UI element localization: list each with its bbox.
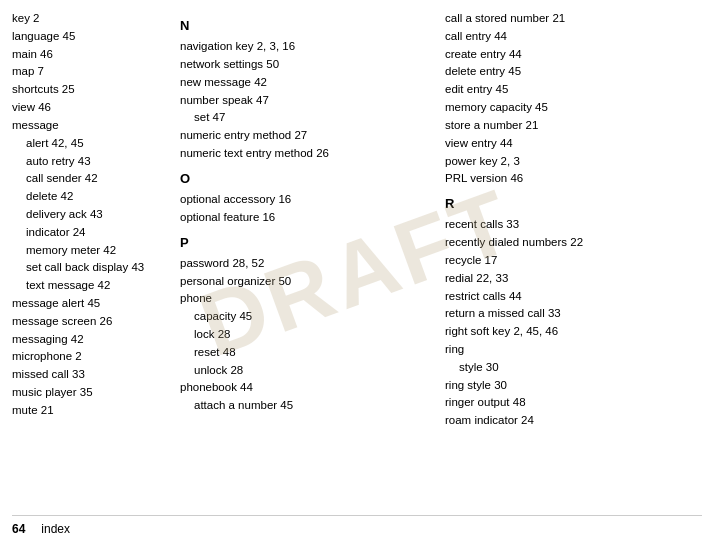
list-item: key 2	[12, 10, 164, 28]
list-item: edit entry 45	[445, 81, 694, 99]
list-item: language 45	[12, 28, 164, 46]
list-item: messaging 42	[12, 331, 164, 349]
list-item: recent calls 33	[445, 216, 694, 234]
list-item: create entry 44	[445, 46, 694, 64]
list-item: number speak 47	[180, 92, 429, 110]
section-n: N	[180, 16, 429, 36]
list-item: delivery ack 43	[12, 206, 164, 224]
list-item: network settings 50	[180, 56, 429, 74]
list-item: call a stored number 21	[445, 10, 694, 28]
list-item: store a number 21	[445, 117, 694, 135]
list-item: password 28, 52	[180, 255, 429, 273]
list-item: capacity 45	[180, 308, 429, 326]
list-item: reset 48	[180, 344, 429, 362]
list-item: set 47	[180, 109, 429, 127]
list-item: redial 22, 33	[445, 270, 694, 288]
list-item: call sender 42	[12, 170, 164, 188]
list-item: text message 42	[12, 277, 164, 295]
list-item: memory meter 42	[12, 242, 164, 260]
list-item: view entry 44	[445, 135, 694, 153]
list-item: alert 42, 45	[12, 135, 164, 153]
list-item: microphone 2	[12, 348, 164, 366]
list-item: return a missed call 33	[445, 305, 694, 323]
list-item: delete 42	[12, 188, 164, 206]
footer: 64 index	[12, 515, 702, 536]
list-item: numeric entry method 27	[180, 127, 429, 145]
list-item: delete entry 45	[445, 63, 694, 81]
list-item: new message 42	[180, 74, 429, 92]
list-item: shortcuts 25	[12, 81, 164, 99]
column-3: call a stored number 21 call entry 44 cr…	[437, 10, 702, 511]
list-item: main 46	[12, 46, 164, 64]
section-o: O	[180, 169, 429, 189]
list-item: navigation key 2, 3, 16	[180, 38, 429, 56]
list-item: style 30	[445, 359, 694, 377]
list-item: ring	[445, 341, 694, 359]
list-item: call entry 44	[445, 28, 694, 46]
list-item: missed call 33	[12, 366, 164, 384]
list-item: recycle 17	[445, 252, 694, 270]
footer-label: index	[41, 522, 70, 536]
list-item: ring style 30	[445, 377, 694, 395]
list-item: message screen 26	[12, 313, 164, 331]
list-item: personal organizer 50	[180, 273, 429, 291]
list-item: unlock 28	[180, 362, 429, 380]
page-container: DRAFT key 2 language 45 main 46 map 7 sh…	[0, 0, 714, 546]
section-r: R	[445, 194, 694, 214]
list-item: set call back display 43	[12, 259, 164, 277]
column-1: key 2 language 45 main 46 map 7 shortcut…	[12, 10, 172, 511]
col1-entries: key 2 language 45 main 46 map 7 shortcut…	[12, 10, 164, 420]
list-item: mute 21	[12, 402, 164, 420]
list-item: lock 28	[180, 326, 429, 344]
list-item: message	[12, 117, 164, 135]
list-item: ringer output 48	[445, 394, 694, 412]
content-area: key 2 language 45 main 46 map 7 shortcut…	[12, 10, 702, 511]
list-item: numeric text entry method 26	[180, 145, 429, 163]
list-item: optional accessory 16	[180, 191, 429, 209]
list-item: restrict calls 44	[445, 288, 694, 306]
list-item: indicator 24	[12, 224, 164, 242]
list-item: phone	[180, 290, 429, 308]
list-item: roam indicator 24	[445, 412, 694, 430]
list-item: attach a number 45	[180, 397, 429, 415]
list-item: view 46	[12, 99, 164, 117]
list-item: optional feature 16	[180, 209, 429, 227]
list-item: phonebook 44	[180, 379, 429, 397]
list-item: PRL version 46	[445, 170, 694, 188]
list-item: message alert 45	[12, 295, 164, 313]
list-item: right soft key 2, 45, 46	[445, 323, 694, 341]
list-item: music player 35	[12, 384, 164, 402]
list-item: auto retry 43	[12, 153, 164, 171]
column-2: N navigation key 2, 3, 16 network settin…	[172, 10, 437, 511]
list-item: recently dialed numbers 22	[445, 234, 694, 252]
list-item: map 7	[12, 63, 164, 81]
section-p: P	[180, 233, 429, 253]
page-number: 64	[12, 522, 25, 536]
list-item: memory capacity 45	[445, 99, 694, 117]
list-item: power key 2, 3	[445, 153, 694, 171]
